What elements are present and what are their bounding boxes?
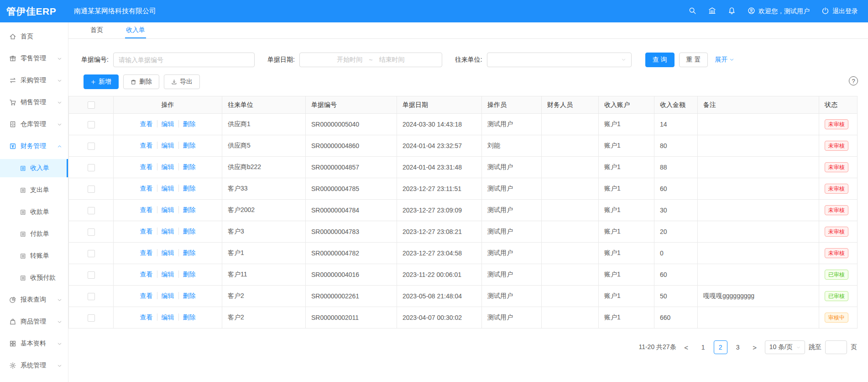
company-name: 南通某某网络科技有限公司 <box>74 7 156 16</box>
page-button-1[interactable]: 1 <box>696 340 710 354</box>
page-button-3[interactable]: 3 <box>731 340 745 354</box>
prev-page-button[interactable]: < <box>680 340 693 354</box>
row-checkbox[interactable] <box>88 250 95 257</box>
view-link[interactable]: 查看 <box>140 185 153 192</box>
logout-button[interactable]: 退出登录 <box>821 7 858 16</box>
view-link[interactable]: 查看 <box>140 206 153 213</box>
table-row: 查看编辑删除 供应商b222 SR00000004857 2024-01-04 … <box>69 157 858 178</box>
cell-doc-no: SR00000004785 <box>306 178 397 200</box>
cell-doc-no: SR00000004783 <box>306 221 397 243</box>
search-button[interactable]: 查 询 <box>645 53 675 67</box>
edit-link[interactable]: 编辑 <box>157 292 174 299</box>
delete-link[interactable]: 删除 <box>178 292 196 299</box>
edit-link[interactable]: 编辑 <box>157 120 174 127</box>
add-button[interactable]: 新增 <box>84 74 119 89</box>
delete-link[interactable]: 删除 <box>178 163 196 170</box>
col-header-remark: 备注 <box>698 96 819 114</box>
help-icon[interactable]: ? <box>849 76 858 85</box>
cell-remark <box>698 307 819 329</box>
view-link[interactable]: 查看 <box>140 313 153 321</box>
partner-select[interactable] <box>487 53 632 67</box>
sidebar-item-finance[interactable]: 财务管理 <box>0 137 68 155</box>
notification-bell-icon[interactable] <box>728 7 736 16</box>
expand-link[interactable]: 展开 <box>715 56 734 64</box>
cell-amount: 20 <box>654 221 698 243</box>
sidebar-item-home[interactable]: 首页 <box>0 27 68 46</box>
jump-page-input[interactable] <box>825 340 847 354</box>
view-link[interactable]: 查看 <box>140 142 153 149</box>
edit-link[interactable]: 编辑 <box>157 228 174 235</box>
sidebar-subitem-advance-doc[interactable]: 收预付款 <box>0 269 68 287</box>
user-menu[interactable]: 欢迎您，测试用户 <box>748 7 810 16</box>
delete-link[interactable]: 删除 <box>178 228 196 235</box>
view-link[interactable]: 查看 <box>140 292 153 299</box>
sidebar-subitem-transfer-doc[interactable]: 转账单 <box>0 247 68 265</box>
next-page-button[interactable]: > <box>748 340 761 354</box>
sidebar-item-retail[interactable]: 零售管理 <box>0 49 68 68</box>
status-badge: 已审核 <box>825 291 848 301</box>
doc-no-input[interactable] <box>119 56 249 64</box>
row-checkbox[interactable] <box>88 271 95 279</box>
page-size-select[interactable]: 10 条/页 <box>765 340 805 354</box>
cell-amount: 660 <box>654 307 698 329</box>
sidebar-item-warehouse[interactable]: 仓库管理 <box>0 115 68 133</box>
edit-link[interactable]: 编辑 <box>157 206 174 213</box>
date-range-input[interactable]: 开始时间 ~ 结束时间 <box>299 53 442 67</box>
row-checkbox[interactable] <box>88 293 95 300</box>
delete-link[interactable]: 删除 <box>178 142 196 149</box>
delete-link[interactable]: 删除 <box>178 206 196 213</box>
row-checkbox[interactable] <box>88 186 95 193</box>
table-row: 查看编辑删除 客户2002 SR00000004784 2023-12-27 2… <box>69 200 858 221</box>
view-link[interactable]: 查看 <box>140 120 153 127</box>
edit-link[interactable]: 编辑 <box>157 313 174 321</box>
view-link[interactable]: 查看 <box>140 271 153 278</box>
edit-link[interactable]: 编辑 <box>157 249 174 256</box>
sidebar-item-goods[interactable]: 商品管理 <box>0 313 68 331</box>
delete-link[interactable]: 删除 <box>178 313 196 321</box>
edit-link[interactable]: 编辑 <box>157 271 174 278</box>
search-icon[interactable] <box>689 7 696 16</box>
row-checkbox[interactable] <box>88 121 95 128</box>
sidebar-subitem-expense-doc[interactable]: 支出单 <box>0 181 68 199</box>
page-button-2[interactable]: 2 <box>714 340 727 354</box>
sidebar-subitem-receipt-doc[interactable]: 收款单 <box>0 203 68 221</box>
sidebar-item-basic-data[interactable]: 基本资料 <box>0 334 68 353</box>
cell-finance <box>542 200 599 221</box>
row-checkbox[interactable] <box>88 207 95 214</box>
document-icon <box>20 187 26 193</box>
chevron-down-icon <box>729 56 734 64</box>
sidebar-item-system[interactable]: 系统管理 <box>0 356 68 375</box>
sidebar-item-reports[interactable]: 报表查询 <box>0 291 68 309</box>
view-link[interactable]: 查看 <box>140 163 153 170</box>
view-link[interactable]: 查看 <box>140 249 153 256</box>
delete-button[interactable]: 删除 <box>123 74 159 89</box>
select-all-checkbox[interactable] <box>88 101 95 109</box>
edit-link[interactable]: 编辑 <box>157 185 174 192</box>
top-bar: 管伊佳ERP 南通某某网络科技有限公司 欢迎您，测试用户 退出登录 <box>0 0 868 22</box>
delete-link[interactable]: 删除 <box>178 249 196 256</box>
cell-amount: 80 <box>654 135 698 157</box>
edit-link[interactable]: 编辑 <box>157 163 174 170</box>
row-checkbox[interactable] <box>88 143 95 150</box>
chevron-down-icon <box>57 341 62 346</box>
sidebar-subitem-income-doc[interactable]: 收入单 <box>0 159 68 177</box>
tab-income-doc[interactable]: 收入单 <box>125 23 146 38</box>
export-button[interactable]: 导出 <box>164 74 200 89</box>
bank-building-icon[interactable] <box>708 7 716 16</box>
row-checkbox[interactable] <box>88 164 95 171</box>
cell-date: 2023-04-07 00:30:02 <box>397 307 482 329</box>
sidebar-item-purchase[interactable]: 采购管理 <box>0 71 68 90</box>
cell-operator: 测试用户 <box>482 264 542 286</box>
sidebar-item-sales[interactable]: 销售管理 <box>0 93 68 111</box>
sidebar-subitem-payment-doc[interactable]: 付款单 <box>0 225 68 243</box>
delete-link[interactable]: 删除 <box>178 185 196 192</box>
delete-link[interactable]: 删除 <box>178 271 196 278</box>
tab-home[interactable]: 首页 <box>89 23 104 38</box>
edit-link[interactable]: 编辑 <box>157 142 174 149</box>
col-header-actions: 操作 <box>114 96 222 114</box>
row-checkbox[interactable] <box>88 228 95 236</box>
delete-link[interactable]: 删除 <box>178 120 196 127</box>
reset-button[interactable]: 重 置 <box>679 53 708 67</box>
row-checkbox[interactable] <box>88 314 95 322</box>
view-link[interactable]: 查看 <box>140 228 153 235</box>
